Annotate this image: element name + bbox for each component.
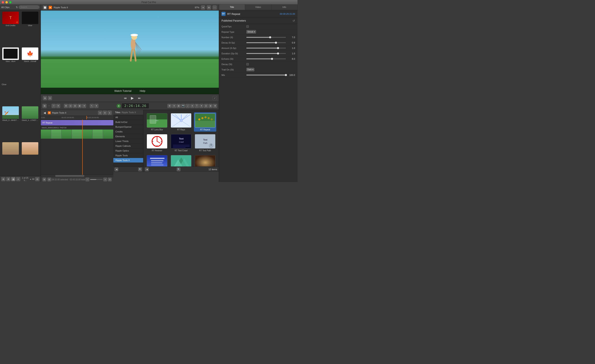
zoom-in-btn[interactable]: +: [103, 178, 107, 181]
slider-thumb[interactable]: [277, 52, 279, 55]
list-item[interactable]: 🍁 iStock...2Small: [20, 47, 40, 83]
tl-ctrl-1[interactable]: ⊟: [98, 111, 102, 115]
filmstrip-view-btn[interactable]: ⊞: [1, 177, 5, 181]
list-item[interactable]: Text Crawl RT Text Crawl: [170, 133, 192, 153]
rt-repeat-clip[interactable]: RT Repeat: [41, 120, 113, 125]
clip-tool-1[interactable]: ⚙: [64, 104, 68, 108]
layout-btn[interactable]: ⊞: [208, 104, 212, 108]
fit-btn[interactable]: ⊡: [108, 178, 112, 181]
color-btn[interactable]: ✕: [190, 104, 194, 108]
tab-title[interactable]: Title: [219, 5, 245, 10]
slider-thumb[interactable]: [271, 58, 273, 60]
photo-btn[interactable]: 📷: [181, 104, 185, 108]
clip-tool-4[interactable]: ⊠: [78, 104, 82, 108]
echoes-slider[interactable]: [246, 58, 286, 59]
clip-tool-2[interactable]: ⊡: [68, 104, 72, 108]
category-ripple-callouts[interactable]: Ripple Callouts: [113, 144, 143, 148]
clip-tool-5[interactable]: ▾: [82, 104, 86, 108]
tab-video[interactable]: Video: [245, 5, 271, 10]
close-button[interactable]: [2, 1, 4, 4]
preview-settings-btn[interactable]: ⚙: [207, 5, 211, 9]
select-options[interactable]: ▾: [94, 104, 99, 108]
decay-st-checkbox[interactable]: [246, 63, 249, 65]
effects-btn[interactable]: ✦: [199, 104, 203, 108]
list-item[interactable]: T ⚠ End Credits: [1, 11, 20, 47]
grid-view-btn[interactable]: ▦: [11, 177, 15, 181]
list-item[interactable]: Glow: [20, 11, 40, 47]
clip-options-btn[interactable]: ⊟: [35, 177, 39, 181]
list-item[interactable]: RT Retimer: [146, 133, 168, 153]
reset-btn[interactable]: ↺: [292, 19, 295, 22]
title-tool-btn[interactable]: T: [195, 104, 199, 108]
snap-btn[interactable]: ⊞: [177, 104, 181, 108]
play-pause-btn[interactable]: ▶: [130, 96, 135, 100]
titles-search-btn[interactable]: 🔍: [177, 167, 180, 171]
settings-btn[interactable]: ⚙: [6, 177, 10, 181]
duration-slider[interactable]: [246, 53, 286, 54]
trail-on-select[interactable]: Dark ▾: [246, 68, 255, 71]
slider-thumb[interactable]: [275, 42, 277, 44]
tl-ctrl-2[interactable]: ⊞: [103, 111, 107, 115]
add-btn[interactable]: ⊞: [42, 104, 47, 108]
search-btn[interactable]: 🔍: [138, 167, 142, 171]
tab-info[interactable]: Info: [271, 5, 298, 10]
timeline-scrollbar[interactable]: [41, 175, 113, 177]
category-credits[interactable]: Credits: [113, 129, 143, 134]
list-item[interactable]: [20, 141, 40, 175]
clips-sort-icon[interactable]: ⇅: [16, 6, 18, 9]
list-item[interactable]: RT Text Scroll: [146, 154, 168, 166]
maximize-button[interactable]: [9, 1, 12, 4]
viewer-options-btn[interactable]: ⬜: [43, 5, 47, 9]
tl-ctrl-3[interactable]: ●: [107, 111, 112, 115]
repeat-type-select[interactable]: Streak ▾: [246, 30, 256, 34]
list-item[interactable]: [1, 141, 20, 175]
undo-btn[interactable]: ⋯: [47, 104, 51, 108]
help-btn[interactable]: Help: [140, 89, 145, 93]
preview-more-btn[interactable]: ⋯: [212, 5, 217, 9]
viewer-layout-btn[interactable]: ⊡: [48, 96, 52, 100]
transform-btn[interactable]: ⚙: [167, 104, 171, 108]
minimize-button[interactable]: [5, 1, 8, 4]
category-ripple-tools-ii[interactable]: Ripple Tools II: [113, 158, 143, 163]
category-ripple-optics[interactable]: Ripple Optics: [113, 148, 143, 153]
slider-thumb[interactable]: [269, 36, 271, 38]
list-item[interactable]: Text Path RT Text Path: [194, 133, 216, 153]
sidebar-toggle-btn[interactable]: ◀: [114, 167, 118, 171]
go-to-end-btn[interactable]: ⏭: [137, 96, 142, 100]
amount-slider[interactable]: [246, 48, 286, 49]
list-item[interactable]: iStoc...dium: [1, 47, 20, 83]
category-ripple-tools[interactable]: Ripple Tools: [113, 153, 143, 158]
zoom-dropdown-btn[interactable]: ▾: [201, 5, 205, 9]
clips-search-input[interactable]: [19, 5, 39, 9]
number-slider[interactable]: [246, 37, 286, 38]
clip-tool-3[interactable]: ⊟: [73, 104, 77, 108]
list-view-btn[interactable]: ≡: [16, 177, 20, 181]
zoom-slider[interactable]: [90, 179, 103, 180]
list-item[interactable]: RT Repeat: [194, 112, 216, 132]
flag-btn[interactable]: ⚐: [52, 104, 56, 108]
select-tool[interactable]: ↖: [90, 104, 94, 108]
timeline-tracks[interactable]: RT Repeat iStock_00002180011 7HD720: [41, 120, 113, 175]
transform-dropdown[interactable]: ▾: [172, 104, 176, 108]
slider-thumb[interactable]: [277, 47, 279, 49]
timeline-settings-btn[interactable]: ⊟: [47, 178, 51, 181]
slider-thumb[interactable]: [285, 74, 287, 76]
add-media-btn[interactable]: ⊞: [42, 178, 46, 181]
share-btn[interactable]: ⬆: [213, 104, 217, 108]
sidebar-toggle-bottom-btn[interactable]: ◀: [145, 167, 149, 171]
fullscreen-btn[interactable]: ⤢: [212, 96, 217, 100]
scrollbar-thumb[interactable]: [55, 175, 84, 177]
video-track-content[interactable]: [41, 129, 113, 139]
quicktips-checkbox[interactable]: [246, 25, 249, 28]
go-to-start-btn[interactable]: ⏮: [123, 96, 128, 100]
add-to-timeline-btn[interactable]: ⊞: [43, 96, 47, 100]
list-item[interactable]: RT Tritone: [170, 154, 192, 166]
category-all[interactable]: All: [113, 115, 143, 120]
list-item[interactable]: 🏏 iStock_0...06HD720: [1, 106, 20, 141]
mix-slider[interactable]: [246, 75, 286, 75]
category-bumper-opener[interactable]: Bumper/Opener: [113, 125, 143, 129]
category-build-in-out[interactable]: Build In/Out: [113, 120, 143, 125]
transition-btn[interactable]: ⊡: [204, 104, 208, 108]
zoom-out-btn[interactable]: −: [85, 178, 89, 181]
watch-tutorial-btn[interactable]: Watch Tutorial: [114, 89, 132, 93]
